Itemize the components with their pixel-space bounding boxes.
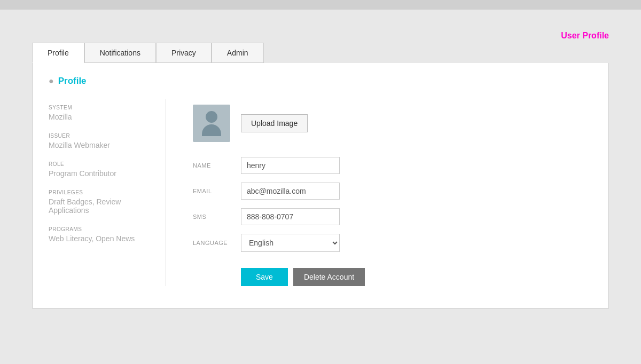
issuer-label: ISSUER <box>49 133 155 139</box>
sms-input[interactable] <box>241 208 340 225</box>
avatar <box>193 105 230 142</box>
avatar-head <box>206 111 217 123</box>
top-bar <box>0 0 641 10</box>
name-label: NAME <box>193 162 241 169</box>
sidebar-programs: PROGRAMS Web Literacy, Open News <box>49 226 155 243</box>
avatar-body <box>202 124 221 136</box>
tab-privacy[interactable]: Privacy <box>156 43 212 63</box>
role-label: ROLE <box>49 161 155 167</box>
sidebar-panel: SYSTEM Mozilla ISSUER Mozilla Webmaker R… <box>49 99 166 286</box>
email-row: EMAIL <box>193 183 592 200</box>
email-label: EMAIL <box>193 188 241 194</box>
tabs-container: Profile Notifications Privacy Admin <box>32 43 609 63</box>
language-row: LANGUAGE English Spanish French German <box>193 234 592 252</box>
role-value: Program Contributor <box>49 169 155 178</box>
avatar-person <box>193 105 230 142</box>
sidebar-privileges: PRIVILEGES Draft Badges, Review Applicat… <box>49 189 155 215</box>
sms-row: SMS <box>193 208 592 225</box>
form-area: Upload Image NAME EMAIL SMS LANGUAGE <box>166 99 592 286</box>
sms-label: SMS <box>193 213 241 220</box>
language-label: LANGUAGE <box>193 240 241 246</box>
name-input[interactable] <box>241 157 340 174</box>
programs-value: Web Literacy, Open News <box>49 234 155 243</box>
user-profile-label: User Profile <box>32 31 609 41</box>
sidebar-issuer: ISSUER Mozilla Webmaker <box>49 133 155 149</box>
main-card: ● Profile SYSTEM Mozilla ISSUER Mozilla … <box>32 63 609 308</box>
delete-account-button[interactable]: Delete Account <box>293 268 365 286</box>
sidebar-role: ROLE Program Contributor <box>49 161 155 178</box>
tab-notifications[interactable]: Notifications <box>84 43 156 63</box>
card-title-area: ● Profile <box>49 76 592 86</box>
sidebar-system: SYSTEM Mozilla <box>49 105 155 121</box>
programs-label: PROGRAMS <box>49 226 155 232</box>
person-icon: ● <box>49 76 54 86</box>
save-button[interactable]: Save <box>241 268 288 286</box>
privileges-label: PRIVILEGES <box>49 189 155 195</box>
upload-image-button[interactable]: Upload Image <box>241 114 308 132</box>
card-title-text: Profile <box>58 76 87 86</box>
privileges-value: Draft Badges, Review Applications <box>49 197 155 215</box>
content-area: SYSTEM Mozilla ISSUER Mozilla Webmaker R… <box>49 99 592 286</box>
tab-profile[interactable]: Profile <box>32 43 84 63</box>
actions-row: Save Delete Account <box>241 268 592 286</box>
tab-admin[interactable]: Admin <box>212 43 264 63</box>
issuer-value: Mozilla Webmaker <box>49 141 155 149</box>
email-input[interactable] <box>241 183 340 200</box>
language-select[interactable]: English Spanish French German <box>241 234 340 252</box>
system-label: SYSTEM <box>49 105 155 110</box>
avatar-row: Upload Image <box>193 105 592 142</box>
name-row: NAME <box>193 157 592 174</box>
system-value: Mozilla <box>49 113 155 121</box>
